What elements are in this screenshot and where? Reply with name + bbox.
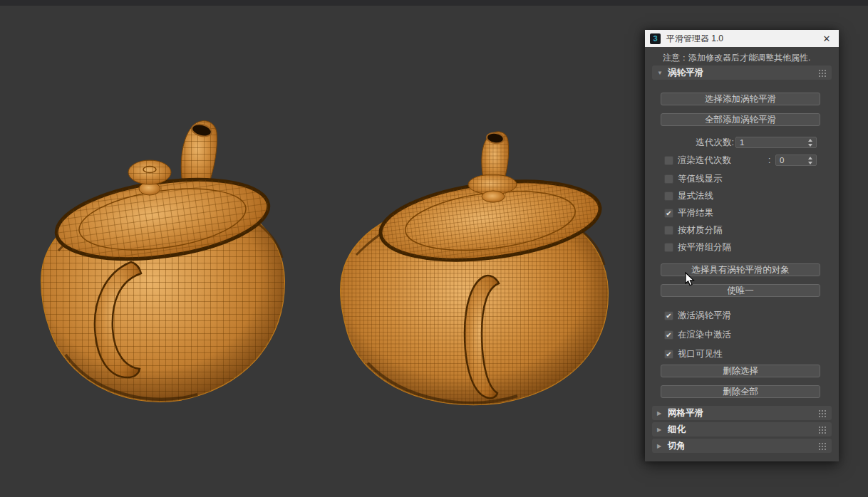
viewport-visibility-checkbox[interactable]: ✔: [664, 350, 673, 359]
add-turbosmooth-all-button[interactable]: 全部添加涡轮平滑: [661, 113, 820, 126]
chevron-right-icon: ▶: [657, 410, 663, 417]
3dsmax-logo-icon: 3: [650, 33, 661, 44]
checkbox-row-explicit-normals: ✔ 显式法线: [664, 190, 713, 202]
iterations-input[interactable]: 1: [735, 137, 817, 148]
viewport-top-border: [0, 0, 868, 6]
add-turbosmooth-selected-button[interactable]: 选择添加涡轮平滑: [661, 93, 820, 105]
make-unique-button[interactable]: 使唯一: [661, 284, 820, 297]
smooth-manager-panel: 3 平滑管理器 1.0 ✕ 注意：添加修改器后才能调整其他属性. ▼ 涡轮平滑 …: [645, 30, 839, 461]
drag-grip-icon[interactable]: [818, 69, 826, 77]
check-icon: ✔: [666, 209, 671, 217]
rollout-tessellate[interactable]: ▶ 细化: [652, 422, 832, 436]
render-iterations-checkbox[interactable]: ✔: [664, 156, 673, 165]
iterations-row: 迭代次数:: [645, 137, 734, 148]
check-icon: ✔: [666, 331, 671, 339]
iterations-value: 1: [740, 138, 744, 147]
smooth-result-label: 平滑结果: [678, 207, 713, 219]
chevron-down-icon: ▼: [657, 70, 663, 76]
teapot-left[interactable]: [37, 115, 288, 407]
rollout-turbosmooth-label: 涡轮平滑: [668, 67, 703, 79]
activate-in-render-label: 在渲染中激活: [678, 329, 731, 341]
isoline-display-checkbox[interactable]: ✔: [664, 174, 673, 184]
separate-by-smoothing-group-checkbox[interactable]: ✔: [664, 243, 673, 252]
drag-grip-icon[interactable]: [818, 409, 826, 417]
teapot-right[interactable]: [332, 113, 617, 408]
smooth-result-checkbox[interactable]: ✔: [664, 209, 673, 218]
isoline-display-label: 等值线显示: [678, 173, 723, 185]
spinner-up-icon[interactable]: [808, 139, 812, 142]
checkbox-row-sep-smoothgroup: ✔ 按平滑组分隔: [664, 241, 731, 253]
render-iterations-input[interactable]: 0: [775, 155, 817, 166]
checkbox-row-activate-render: ✔ 在渲染中激活: [664, 329, 731, 340]
delete-selected-button[interactable]: 删除选择: [661, 365, 820, 377]
explicit-normals-checkbox[interactable]: ✔: [664, 192, 673, 201]
separate-by-smoothing-group-label: 按平滑组分隔: [678, 241, 731, 253]
close-icon[interactable]: ✕: [820, 32, 833, 45]
render-iterations-value: 0: [780, 156, 784, 164]
explicit-normals-label: 显式法线: [678, 190, 713, 202]
check-icon: ✔: [666, 312, 671, 320]
render-iterations-label: 渲染迭代次数: [678, 155, 731, 167]
separate-by-material-label: 按材质分隔: [678, 224, 723, 236]
activate-turbosmooth-checkbox[interactable]: ✔: [664, 311, 673, 320]
viewport-visibility-label: 视口可见性: [678, 348, 723, 360]
render-iterations-row: ✔ 渲染迭代次数: [664, 155, 731, 166]
spinner-down-icon[interactable]: [808, 162, 812, 164]
drag-grip-icon[interactable]: [818, 442, 826, 450]
delete-all-button[interactable]: 删除全部: [661, 385, 820, 398]
chevron-right-icon: ▶: [657, 443, 663, 449]
separate-by-material-checkbox[interactable]: ✔: [664, 226, 673, 235]
check-icon: ✔: [666, 350, 671, 358]
spinner-down-icon[interactable]: [808, 144, 812, 147]
activate-turbosmooth-label: 激活涡轮平滑: [678, 310, 731, 322]
viewport-3d[interactable]: 3 平滑管理器 1.0 ✕ 注意：添加修改器后才能调整其他属性. ▼ 涡轮平滑 …: [0, 0, 868, 497]
checkbox-row-activate: ✔ 激活涡轮平滑: [664, 310, 731, 321]
chevron-right-icon: ▶: [657, 427, 663, 433]
rollout-meshsmooth[interactable]: ▶ 网格平滑: [652, 406, 832, 420]
panel-title: 平滑管理器 1.0: [666, 33, 723, 45]
checkbox-row-viewport-visibility: ✔ 视口可见性: [664, 348, 723, 360]
note-text: 注意：添加修改器后才能调整其他属性.: [663, 52, 810, 64]
spinner-up-icon[interactable]: [808, 157, 812, 159]
iterations-label: 迭代次数:: [696, 137, 734, 149]
rollout-tessellate-label: 细化: [668, 424, 686, 436]
render-iterations-spinner-arrows[interactable]: [807, 156, 814, 164]
activate-in-render-checkbox[interactable]: ✔: [664, 330, 673, 340]
iterations-spinner-arrows[interactable]: [807, 138, 814, 147]
panel-titlebar[interactable]: 3 平滑管理器 1.0 ✕: [645, 30, 839, 47]
teapot-left-spout: [181, 121, 217, 187]
select-objects-with-turbosmooth-button[interactable]: 选择具有涡轮平滑的对象: [661, 263, 820, 276]
rollout-chamfer[interactable]: ▶ 切角: [652, 439, 832, 453]
rollout-chamfer-label: 切角: [668, 440, 686, 452]
checkbox-row-isoline: ✔ 等值线显示: [664, 173, 723, 184]
checkbox-row-sep-material: ✔ 按材质分隔: [664, 224, 723, 236]
drag-grip-icon[interactable]: [818, 426, 826, 434]
rollout-meshsmooth-label: 网格平滑: [668, 407, 703, 419]
render-iterations-colon: :: [768, 155, 770, 165]
checkbox-row-smooth-result: ✔ 平滑结果: [664, 207, 713, 219]
rollout-turbosmooth[interactable]: ▼ 涡轮平滑: [652, 66, 832, 80]
